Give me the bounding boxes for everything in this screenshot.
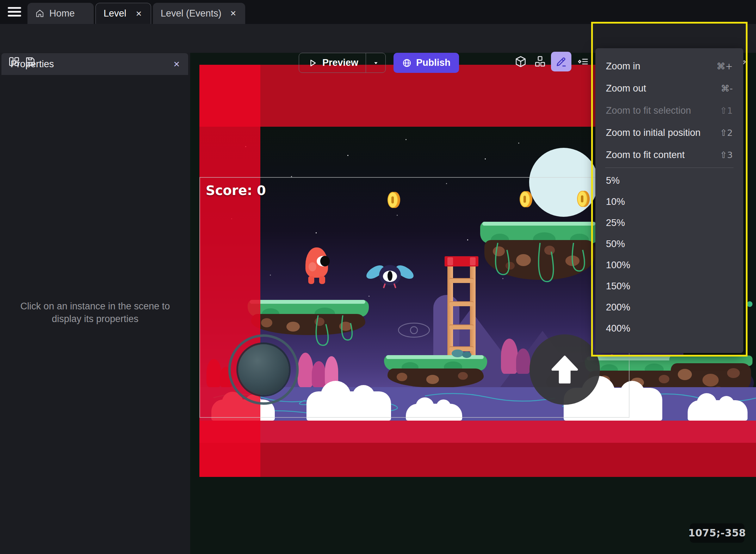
close-panel-icon[interactable]: × xyxy=(173,58,180,70)
shortcut: ⇧3 xyxy=(720,150,733,160)
menu-item-zoom-10[interactable]: 10% xyxy=(595,191,743,212)
menu-item-zoom-150[interactable]: 150% xyxy=(595,276,743,297)
tab-bar: Home Level × Level (Events) × xyxy=(0,0,756,24)
tab-level-events[interactable]: Level (Events) × xyxy=(153,3,245,24)
objects-list-button[interactable] xyxy=(532,54,548,69)
menu-item-zoom-5[interactable]: 5% xyxy=(595,170,743,191)
edit-mode-button[interactable] xyxy=(551,52,571,71)
menu-item-zoom-fit-content[interactable]: Zoom to fit content ⇧3 xyxy=(595,144,743,166)
menu-item-zoom-50[interactable]: 50% xyxy=(595,233,743,254)
cloud xyxy=(688,400,748,421)
publish-button[interactable]: Publish xyxy=(394,53,459,73)
tab-label: Home xyxy=(49,8,75,19)
publish-label: Publish xyxy=(416,57,451,68)
cursor-coordinates-badge: 1075;-358 xyxy=(690,523,744,543)
play-icon xyxy=(308,58,317,68)
shortcut: ⇧2 xyxy=(720,128,733,138)
preview-label: Preview xyxy=(322,57,358,68)
arrow-up-icon xyxy=(546,351,583,388)
layout-icon xyxy=(8,56,20,68)
close-tab-icon[interactable]: × xyxy=(229,8,237,18)
blocks-icon xyxy=(534,55,546,68)
close-tab-icon[interactable]: × xyxy=(135,9,143,19)
menu-item-zoom-100[interactable]: 100% xyxy=(595,254,743,276)
gdevelop-window: Home Level × Level (Events) × Preview xyxy=(0,0,756,554)
pencil-icon xyxy=(555,56,567,68)
save-button[interactable] xyxy=(23,54,38,69)
green-item xyxy=(747,301,752,307)
globe-icon xyxy=(402,58,412,68)
tab-label: Level (Events) xyxy=(161,8,222,19)
cube-icon xyxy=(514,55,527,68)
save-icon xyxy=(24,56,36,68)
zoom-dropdown-menu: Zoom in ⌘+ Zoom out ⌘- Zoom to fit selec… xyxy=(595,48,743,353)
toggle-panels-button[interactable] xyxy=(6,54,22,69)
menu-item-zoom-out[interactable]: Zoom out ⌘- xyxy=(595,77,743,100)
shortcut: ⇧1 xyxy=(720,106,733,116)
instances-list-button[interactable] xyxy=(575,54,591,69)
menu-item-zoom-in[interactable]: Zoom in ⌘+ xyxy=(595,55,743,77)
jump-button-instance[interactable] xyxy=(529,334,600,405)
shortcut: ⌘- xyxy=(721,83,733,94)
menu-item-zoom-initial-position[interactable]: Zoom to initial position ⇧2 xyxy=(595,122,743,144)
score-text-instance[interactable]: Score: 0 xyxy=(206,183,266,198)
tab-home[interactable]: Home xyxy=(27,3,94,24)
menu-item-zoom-200[interactable]: 200% xyxy=(595,297,743,318)
preview-button[interactable]: Preview xyxy=(299,53,386,73)
menu-item-zoom-fit-selection: Zoom to fit selection ⇧1 xyxy=(595,100,743,122)
preview-options-button[interactable] xyxy=(366,53,385,73)
object-editor-button[interactable] xyxy=(513,54,528,69)
menu-divider xyxy=(605,168,733,168)
instance-list-icon xyxy=(577,55,589,68)
chevron-down-icon xyxy=(372,59,380,67)
scene-bottom-crimson-bar[interactable] xyxy=(199,421,756,443)
home-icon xyxy=(35,9,44,18)
shortcut: ⌘+ xyxy=(717,61,733,71)
scene-bottom-dark-red-bar[interactable] xyxy=(199,443,756,477)
virtual-joystick-instance[interactable] xyxy=(228,334,299,405)
properties-panel: Properties × Click on an instance in the… xyxy=(0,53,190,554)
menu-item-zoom-400[interactable]: 400% xyxy=(595,318,743,339)
menu-item-zoom-25[interactable]: 25% xyxy=(595,212,743,233)
properties-empty-message: Click on an instance in the scene to dis… xyxy=(14,300,176,325)
tab-label: Level xyxy=(104,8,126,19)
tab-level[interactable]: Level × xyxy=(95,3,151,24)
main-menu-button[interactable] xyxy=(8,6,21,18)
